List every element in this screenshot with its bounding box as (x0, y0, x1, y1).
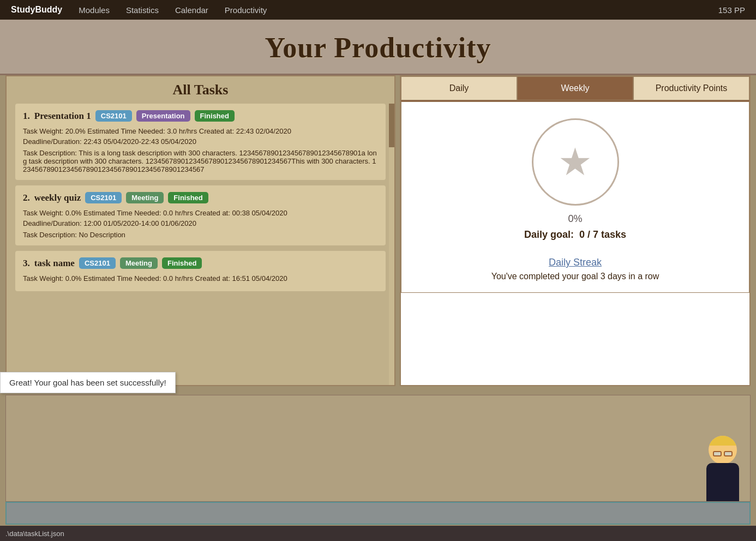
productivity-panel: Daily Weekly Productivity Points ★ 0% Da… (400, 75, 751, 386)
task-meta1: Task Weight: 20.0% Estimated Time Needed… (23, 127, 378, 135)
task-title: task name (34, 258, 75, 269)
tasks-panel: All Tasks 1. Presentation 1 CS2101 Prese… (5, 75, 395, 386)
table-row: 2. weekly quiz CS2101 Meeting Finished T… (15, 185, 386, 245)
avatar-head (709, 436, 737, 464)
task-header: 2. weekly quiz CS2101 Meeting Finished (23, 192, 378, 203)
tab-weekly[interactable]: Weekly (517, 76, 633, 100)
navbar-brand: StudyBuddy (11, 5, 62, 15)
page-header: Your Productivity (0, 20, 756, 75)
task-number: 1. (23, 111, 30, 122)
task-meta1: Task Weight: 0.0% Estimated Time Needed:… (23, 274, 378, 282)
chat-area (5, 395, 751, 502)
tabs-container: Daily Weekly Productivity Points (401, 76, 749, 101)
tab-daily[interactable]: Daily (401, 76, 517, 100)
terminal-input-bar (5, 502, 751, 525)
badge-finished: Finished (195, 110, 235, 122)
bottom-area: Great! Your goal has been set successful… (0, 395, 756, 526)
badge-type: Presentation (136, 110, 190, 122)
avatar-lens-left (713, 451, 722, 456)
progress-circle: ★ (532, 118, 619, 206)
tab-productivity-points[interactable]: Productivity Points (633, 76, 749, 100)
task-meta2: Deadline/Duration: 22:43 05/04/2020-22:4… (23, 137, 378, 146)
terminal-input[interactable] (11, 508, 745, 518)
daily-goal-value: 0 / 7 tasks (579, 229, 626, 240)
avatar-lens-right (724, 451, 733, 456)
daily-goal: Daily goal: 0 / 7 tasks (524, 229, 626, 241)
status-bar: .\data\taskList.json (0, 526, 756, 541)
task-desc: Task Description: This is a long task de… (23, 149, 378, 173)
task-meta2: Deadline/Duration: 12:00 01/05/2020-14:0… (23, 219, 378, 227)
badge-meeting: Meeting (120, 257, 158, 269)
productivity-content: ★ 0% Daily goal: 0 / 7 tasks Daily Strea… (401, 101, 749, 293)
daily-streak-link[interactable]: Daily Streak (549, 257, 602, 268)
status-bar-path: .\data\taskList.json (5, 530, 64, 538)
badge-module: CS2101 (85, 192, 122, 203)
task-title: Presentation 1 (34, 111, 91, 122)
task-desc: Task Description: No Description (23, 231, 378, 239)
nav-statistics[interactable]: Statistics (126, 5, 159, 15)
task-number: 3. (23, 258, 30, 269)
table-row: 1. Presentation 1 CS2101 Presentation Fi… (15, 104, 386, 180)
nav-calendar[interactable]: Calendar (175, 5, 208, 15)
navbar: StudyBuddy Modules Statistics Calendar P… (0, 0, 756, 20)
task-header: 3. task name CS2101 Meeting Finished (23, 257, 378, 269)
page-title: Your Productivity (0, 32, 756, 64)
badge-finished: Finished (162, 257, 202, 269)
daily-streak-desc: You've completed your goal 3 days in a r… (491, 272, 659, 281)
badge-module: CS2101 (95, 110, 132, 122)
avatar (701, 436, 745, 501)
content-wrapper: All Tasks 1. Presentation 1 CS2101 Prese… (0, 75, 756, 386)
pp-display: 153 PP (718, 5, 745, 15)
tasks-list[interactable]: 1. Presentation 1 CS2101 Presentation Fi… (7, 104, 394, 385)
percent-display: 0% (568, 213, 582, 225)
badge-meeting: Meeting (126, 192, 164, 203)
task-meta1: Task Weight: 0.0% Estimated Time Needed:… (23, 209, 378, 217)
toast-notification: Great! Your goal has been set successful… (0, 372, 176, 393)
task-header: 1. Presentation 1 CS2101 Presentation Fi… (23, 110, 378, 122)
avatar-hair (709, 436, 737, 446)
nav-modules[interactable]: Modules (79, 5, 110, 15)
avatar-glasses (713, 451, 733, 456)
daily-goal-label: Daily goal: (524, 229, 574, 240)
badge-module: CS2101 (79, 257, 116, 269)
nav-productivity[interactable]: Productivity (225, 5, 267, 15)
star-icon: ★ (558, 140, 592, 184)
table-row: 3. task name CS2101 Meeting Finished Tas… (15, 251, 386, 291)
task-title: weekly quiz (34, 193, 81, 203)
scrollbar[interactable] (389, 104, 394, 385)
toast-message: Great! Your goal has been set successful… (9, 378, 166, 387)
scroll-thumb[interactable] (389, 104, 394, 147)
tasks-panel-header: All Tasks (7, 76, 394, 104)
task-number: 2. (23, 193, 30, 203)
badge-finished: Finished (168, 192, 208, 203)
avatar-body (706, 463, 739, 501)
